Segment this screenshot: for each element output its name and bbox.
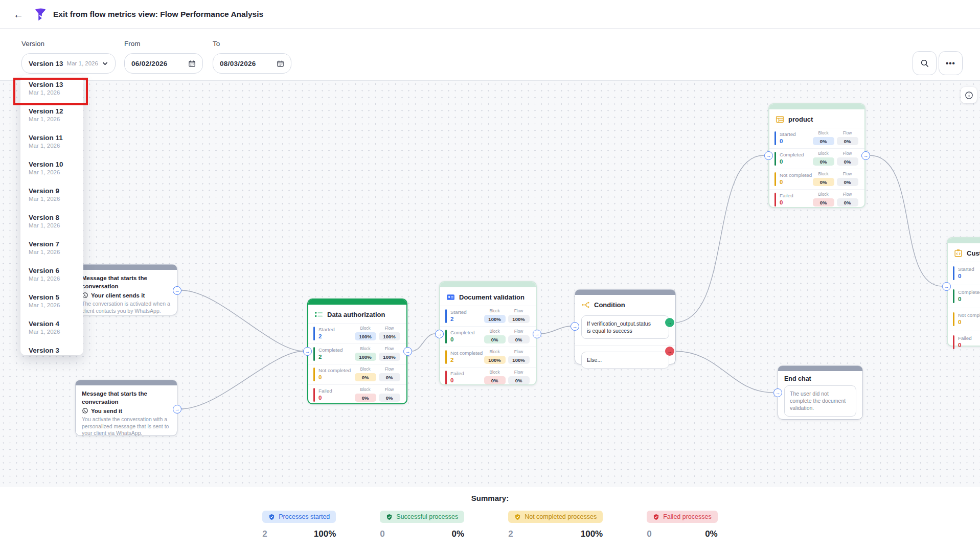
version-option[interactable]: Version 8 Mar 1, 2026 [29, 213, 83, 240]
node-title: Condition [594, 301, 625, 309]
flow-column-header: Flow [843, 151, 852, 156]
node-subtitle: You send it [91, 408, 122, 414]
metric-row: Not completed 0 Block 0% Flow 0% [308, 364, 406, 384]
summary-stat-label: Not completed processes [525, 513, 597, 520]
id-card-icon [446, 293, 455, 302]
metric-value: 0 [780, 199, 793, 206]
metric-label: Failed [318, 388, 332, 394]
node-end-chat[interactable]: End chat The user did not complete the d… [778, 365, 863, 420]
connector-port[interactable]: → [773, 388, 782, 397]
condition-else-branch[interactable]: Else... [581, 352, 669, 368]
more-options-button[interactable]: ••• [939, 51, 963, 75]
summary-stat-percent: 100% [581, 529, 603, 539]
metric-label: Completed [780, 152, 804, 158]
node-header-bar [76, 380, 177, 385]
connector-port[interactable]: → [942, 282, 951, 291]
metric-label: Completed [318, 347, 343, 353]
shield-icon [386, 514, 393, 520]
node-description: You activate the conversation with a per… [82, 416, 171, 437]
summary-stat-badge: Processes started [262, 511, 336, 523]
metric-value: 2 [450, 315, 467, 323]
condition-true-handle[interactable]: → [665, 318, 674, 327]
summary-stat-label: Failed processes [663, 513, 712, 520]
node-title: product [788, 116, 813, 123]
block-percent: 100% [355, 353, 376, 361]
metric-row: Started 2 Block 100% Flow 100% [308, 323, 406, 343]
version-label: Version [21, 40, 44, 48]
node-document-validation[interactable]: Document validation Started 2 Block 100% [439, 281, 537, 385]
block-percent: 0% [355, 394, 376, 402]
search-button[interactable] [913, 51, 937, 75]
metric-label: Not completed [450, 350, 483, 356]
connector-port[interactable]: → [173, 286, 181, 295]
metric-label: Started [958, 266, 974, 272]
summary-stat: Successful processes 0 0% [380, 511, 464, 539]
node-client-message[interactable]: Message that starts the conversation You… [75, 264, 177, 315]
metric-color-bar [313, 327, 315, 340]
node-subtitle: Your client sends it [91, 292, 145, 299]
condition-false-handle[interactable]: → [665, 347, 674, 356]
back-button[interactable]: ← [11, 7, 26, 21]
version-option[interactable]: Version 12 Mar 1, 2026 [29, 107, 83, 133]
version-option[interactable]: Version 3 [29, 346, 83, 355]
metric-value: 0 [958, 295, 980, 303]
connector-port[interactable]: → [403, 347, 412, 356]
connector-port[interactable]: → [861, 151, 870, 160]
version-option[interactable]: Version 7 Mar 1, 2026 [29, 240, 83, 266]
version-select[interactable]: Version 13 Mar 1, 2026 [21, 53, 116, 74]
flow-column-header: Flow [514, 329, 523, 334]
metric-color-bar [774, 193, 776, 206]
app-logo-icon [33, 7, 48, 22]
summary-stat-badge: Successful processes [380, 511, 464, 523]
node-header-bar [76, 265, 177, 270]
metric-label: Not completed [318, 368, 351, 374]
version-option[interactable]: Version 4 Mar 1, 2026 [29, 319, 83, 346]
metric-label: Started [780, 131, 796, 137]
end-chat-message: The user did not complete the document v… [784, 385, 856, 417]
metric-color-bar [953, 335, 954, 349]
flow-column-header: Flow [385, 367, 394, 372]
metric-row: Failed 0 Block 0% Flow 0% [769, 189, 864, 210]
summary-stat: Not completed processes 2 100% [508, 511, 603, 539]
version-option[interactable]: Version 10 Mar 1, 2026 [29, 160, 83, 187]
chevron-down-icon [102, 61, 108, 66]
version-option[interactable]: Version 5 Mar 1, 2026 [29, 293, 83, 319]
node-customer[interactable]: Custo Started 0 [947, 237, 980, 347]
flow-column-header: Flow [843, 131, 852, 135]
node-data-authorization[interactable]: Data authorization Started 2 Block 100% [307, 299, 407, 404]
version-option[interactable]: Version 9 Mar 1, 2026 [29, 187, 83, 213]
to-date-input[interactable]: 08/03/2026 [213, 53, 291, 74]
flow-column-header: Flow [514, 370, 523, 375]
metric-color-bar [445, 371, 447, 384]
block-percent: 0% [813, 178, 834, 186]
metric-value: 0 [958, 318, 980, 326]
block-column-header: Block [489, 329, 499, 334]
connector-port[interactable]: → [764, 151, 773, 160]
version-option[interactable]: Version 6 Mar 1, 2026 [29, 266, 83, 293]
connector-port[interactable]: → [571, 322, 579, 331]
info-button[interactable] [961, 87, 977, 103]
connector-port[interactable]: → [435, 330, 444, 338]
block-percent: 100% [484, 315, 506, 323]
connector-port[interactable]: → [173, 405, 181, 414]
annotation-highlight [13, 78, 88, 105]
node-condition[interactable]: Condition If verification_output.status … [575, 289, 676, 364]
flow-percent: 100% [508, 315, 530, 323]
version-option[interactable]: Version 11 Mar 1, 2026 [29, 133, 83, 160]
ellipsis-icon: ••• [946, 59, 955, 67]
flow-percent: 0% [508, 376, 530, 384]
metric-value: 0 [780, 137, 796, 145]
node-product[interactable]: product Started 0 Block 0% [768, 103, 865, 208]
node-user-message[interactable]: Message that starts the conversation You… [75, 380, 177, 436]
from-date-input[interactable]: 06/02/2026 [124, 53, 203, 74]
app-window: ← Exit from flow metrics view: Flow Perf… [0, 0, 980, 551]
divider [575, 345, 675, 346]
metric-row: Failed 0 Block 0% Flow 0% [308, 384, 406, 405]
metric-color-bar [445, 350, 447, 364]
shield-icon [268, 514, 275, 520]
connector-port[interactable]: → [303, 347, 312, 356]
calendar-icon [277, 60, 284, 67]
metric-value: 2 [318, 333, 335, 340]
connector-port[interactable]: → [533, 330, 541, 338]
condition-if-branch[interactable]: If verification_output.status is equal t… [581, 315, 669, 339]
